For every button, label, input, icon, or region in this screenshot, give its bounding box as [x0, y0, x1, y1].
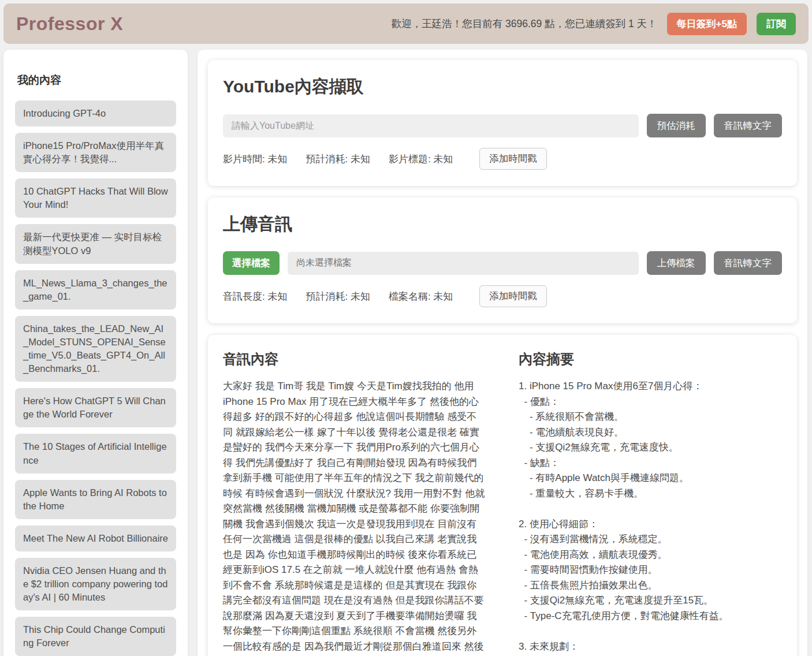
video-duration-label: 影片時間: 未知	[223, 152, 287, 166]
video-title-label: 影片標題: 未知	[389, 152, 453, 166]
app-header: Professor X 歡迎，王廷浩！您目前有 3696.69 點，您已連續簽到…	[3, 3, 809, 44]
sidebar: 我的內容 Introducing GPT-4o iPhone15 Pro/Pro…	[3, 50, 188, 656]
sidebar-item-content[interactable]: This Chip Could Change Computing Forever	[15, 617, 176, 656]
daily-checkin-button[interactable]: 每日簽到+5點	[667, 13, 747, 35]
content-card: 音訊內容 大家好 我是 Tim哥 我是 Tim嫂 今天是Tim嫂找我拍的 他用i…	[208, 335, 797, 656]
sidebar-item-content[interactable]: Nvidia CEO Jensen Huang and the $2 trill…	[15, 558, 176, 610]
transcript-text: 大家好 我是 Tim哥 我是 Tim嫂 今天是Tim嫂找我拍的 他用iPhone…	[223, 379, 486, 656]
audio-transcribe-button[interactable]: 音訊轉文字	[714, 251, 783, 275]
upload-file-button[interactable]: 上傳檔案	[647, 251, 706, 275]
upload-audio-card: 上傳音訊 選擇檔案 尚未選擇檔案 上傳檔案 音訊轉文字 音訊長度: 未知 預計消…	[208, 197, 797, 323]
audio-filename-label: 檔案名稱: 未知	[389, 290, 453, 303]
main-wrapper: YouTube內容擷取 預估消耗 音訊轉文字 影片時間: 未知 預計消耗: 未知…	[198, 50, 807, 656]
youtube-section-title: YouTube內容擷取	[223, 75, 782, 99]
estimate-cost-button[interactable]: 預估消耗	[647, 114, 706, 137]
sidebar-item-content[interactable]: iPhone15 Pro/ProMax使用半年真實心得分享！我覺得...	[15, 133, 176, 172]
welcome-text: 歡迎，王廷浩！您目前有 3696.69 點，您已連續簽到 1 天！	[392, 17, 657, 31]
sidebar-item-content[interactable]: Apple Wants to Bring AI Robots to the Ho…	[15, 480, 176, 519]
summary-text: 1. iPhone 15 Pro Max使用6至7個月心得： - 優點： - 系…	[519, 379, 782, 656]
sidebar-item-content[interactable]: Meet The New AI Robot Billionaire	[15, 525, 176, 551]
youtube-transcribe-button[interactable]: 音訊轉文字	[714, 114, 783, 137]
upload-meta-row: 音訊長度: 未知 預計消耗: 未知 檔案名稱: 未知 添加時間戳	[223, 285, 782, 307]
sidebar-item-content[interactable]: China_takes_the_LEAD_New_AI_Model_STUNS_…	[15, 316, 176, 382]
video-cost-label: 預計消耗: 未知	[306, 152, 370, 166]
summary-column: 內容摘要 1. iPhone 15 Pro Max使用6至7個月心得： - 優點…	[519, 350, 782, 656]
youtube-add-timestamp-button[interactable]: 添加時間戳	[479, 148, 547, 170]
sidebar-item-content[interactable]: The 10 Stages of Artificial Intelligence	[15, 434, 176, 473]
youtube-input-row: 預估消耗 音訊轉文字	[223, 114, 782, 137]
upload-section-title: 上傳音訊	[223, 213, 782, 236]
youtube-extract-card: YouTube內容擷取 預估消耗 音訊轉文字 影片時間: 未知 預計消耗: 未知…	[208, 60, 797, 186]
sidebar-title: 我的內容	[17, 73, 176, 88]
transcript-title: 音訊內容	[223, 350, 486, 368]
upload-input-row: 選擇檔案 尚未選擇檔案 上傳檔案 音訊轉文字	[223, 251, 782, 275]
sidebar-item-content[interactable]: Here's How ChatGPT 5 Will Change the Wor…	[15, 388, 176, 427]
sidebar-item-content[interactable]: Introducing GPT-4o	[15, 100, 176, 126]
page-layout: 我的內容 Introducing GPT-4o iPhone15 Pro/Pro…	[0, 44, 812, 656]
youtube-meta-row: 影片時間: 未知 預計消耗: 未知 影片標題: 未知 添加時間戳	[223, 148, 782, 170]
choose-file-button[interactable]: 選擇檔案	[223, 251, 280, 275]
audio-duration-label: 音訊長度: 未知	[223, 290, 287, 303]
youtube-url-input[interactable]	[223, 114, 639, 137]
sidebar-item-content[interactable]: ML_News_Llama_3_changes_the_game_01.	[15, 270, 176, 310]
subscribe-button[interactable]: 訂閱	[757, 13, 796, 35]
transcript-column: 音訊內容 大家好 我是 Tim哥 我是 Tim嫂 今天是Tim嫂找我拍的 他用i…	[223, 350, 486, 656]
selected-file-display: 尚未選擇檔案	[288, 252, 639, 275]
sidebar-item-content[interactable]: 最新一代更快更准 — 实时目标检测模型YOLO v9	[15, 224, 176, 263]
sidebar-item-content[interactable]: 10 ChatGPT Hacks That Will Blow Your Min…	[15, 178, 176, 218]
upload-add-timestamp-button[interactable]: 添加時間戳	[479, 285, 547, 307]
header-right: 歡迎，王廷浩！您目前有 3696.69 點，您已連續簽到 1 天！ 每日簽到+5…	[392, 13, 796, 35]
summary-title: 內容摘要	[519, 350, 782, 368]
app-title: Professor X	[16, 13, 123, 35]
audio-cost-label: 預計消耗: 未知	[306, 290, 370, 303]
